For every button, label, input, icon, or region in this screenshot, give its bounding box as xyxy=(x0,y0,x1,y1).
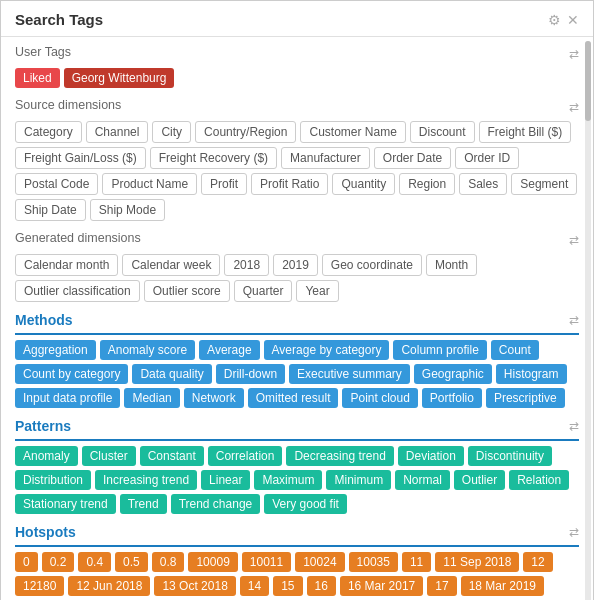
tag-ship-mode[interactable]: Ship Mode xyxy=(90,199,165,221)
tag-median[interactable]: Median xyxy=(124,388,179,408)
tag-month[interactable]: Month xyxy=(426,254,477,276)
scrollbar[interactable] xyxy=(585,41,591,600)
tag-anomaly-score[interactable]: Anomaly score xyxy=(100,340,195,360)
tag-cluster[interactable]: Cluster xyxy=(82,446,136,466)
close-icon[interactable]: ✕ xyxy=(567,12,579,28)
tag-stationary-trend[interactable]: Stationary trend xyxy=(15,494,116,514)
tag-region[interactable]: Region xyxy=(399,173,455,195)
tag-calendar-week[interactable]: Calendar week xyxy=(122,254,220,276)
tag-network[interactable]: Network xyxy=(184,388,244,408)
tag-10011[interactable]: 10011 xyxy=(242,552,291,572)
tag-liked[interactable]: Liked xyxy=(15,68,60,88)
tag-segment[interactable]: Segment xyxy=(511,173,577,195)
tag-0-4[interactable]: 0.4 xyxy=(78,552,111,572)
tag-11-sep-2018[interactable]: 11 Sep 2018 xyxy=(435,552,519,572)
tag-very-good-fit[interactable]: Very good fit xyxy=(264,494,347,514)
tag-geo-coordinate[interactable]: Geo coordinate xyxy=(322,254,422,276)
tag-channel[interactable]: Channel xyxy=(86,121,149,143)
tag-postal-code[interactable]: Postal Code xyxy=(15,173,98,195)
tag-trend[interactable]: Trend xyxy=(120,494,167,514)
tag-relation[interactable]: Relation xyxy=(509,470,569,490)
tag-2019[interactable]: 2019 xyxy=(273,254,318,276)
tag-outlier-score[interactable]: Outlier score xyxy=(144,280,230,302)
tag-average[interactable]: Average xyxy=(199,340,259,360)
tag-input-data-profile[interactable]: Input data profile xyxy=(15,388,120,408)
tag-0-8[interactable]: 0.8 xyxy=(152,552,185,572)
tag-linear[interactable]: Linear xyxy=(201,470,250,490)
tag-omitted-result[interactable]: Omitted result xyxy=(248,388,339,408)
tag-correlation[interactable]: Correlation xyxy=(208,446,283,466)
tag-executive-summary[interactable]: Executive summary xyxy=(289,364,410,384)
tag-count-by-category[interactable]: Count by category xyxy=(15,364,128,384)
tag-trend-change[interactable]: Trend change xyxy=(171,494,261,514)
tag-0-2[interactable]: 0.2 xyxy=(42,552,75,572)
tag-maximum[interactable]: Maximum xyxy=(254,470,322,490)
tag-order-date[interactable]: Order Date xyxy=(374,147,451,169)
tag-13-oct-2018[interactable]: 13 Oct 2018 xyxy=(154,576,235,596)
patterns-icon: ⇄ xyxy=(569,419,579,433)
tag-freight-recovery----[interactable]: Freight Recovery ($) xyxy=(150,147,277,169)
settings-icon[interactable]: ⚙ xyxy=(548,12,561,28)
tag-quantity[interactable]: Quantity xyxy=(332,173,395,195)
tag-constant[interactable]: Constant xyxy=(140,446,204,466)
scrollbar-thumb[interactable] xyxy=(585,41,591,121)
tag-18-mar-2019[interactable]: 18 Mar 2019 xyxy=(461,576,544,596)
tag-drill-down[interactable]: Drill-down xyxy=(216,364,285,384)
tag-point-cloud[interactable]: Point cloud xyxy=(342,388,417,408)
tag-anomaly[interactable]: Anomaly xyxy=(15,446,78,466)
tag-freight-bill----[interactable]: Freight Bill ($) xyxy=(479,121,572,143)
tag-15[interactable]: 15 xyxy=(273,576,302,596)
tag-12-jun-2018[interactable]: 12 Jun 2018 xyxy=(68,576,150,596)
tag-increasing-trend[interactable]: Increasing trend xyxy=(95,470,197,490)
tag-outlier[interactable]: Outlier xyxy=(454,470,505,490)
tag-distribution[interactable]: Distribution xyxy=(15,470,91,490)
tag-outlier-classification[interactable]: Outlier classification xyxy=(15,280,140,302)
tag-profit[interactable]: Profit xyxy=(201,173,247,195)
tag-year[interactable]: Year xyxy=(296,280,338,302)
tag-minimum[interactable]: Minimum xyxy=(326,470,391,490)
tag-city[interactable]: City xyxy=(152,121,191,143)
tag-12180[interactable]: 12180 xyxy=(15,576,64,596)
tag-geographic[interactable]: Geographic xyxy=(414,364,492,384)
tag-freight-gain-loss----[interactable]: Freight Gain/Loss ($) xyxy=(15,147,146,169)
tag-normal[interactable]: Normal xyxy=(395,470,450,490)
tag-customer-name[interactable]: Customer Name xyxy=(300,121,405,143)
tag-order-id[interactable]: Order ID xyxy=(455,147,519,169)
tag-ship-date[interactable]: Ship Date xyxy=(15,199,86,221)
tag-17[interactable]: 17 xyxy=(427,576,456,596)
tag-10024[interactable]: 10024 xyxy=(295,552,344,572)
tag-11[interactable]: 11 xyxy=(402,552,431,572)
patterns-title: Patterns xyxy=(15,418,71,434)
tag-country-region[interactable]: Country/Region xyxy=(195,121,296,143)
tag-sales[interactable]: Sales xyxy=(459,173,507,195)
tag-column-profile[interactable]: Column profile xyxy=(393,340,486,360)
tag-2018[interactable]: 2018 xyxy=(224,254,269,276)
tag-portfolio[interactable]: Portfolio xyxy=(422,388,482,408)
tag-histogram[interactable]: Histogram xyxy=(496,364,567,384)
tag-12[interactable]: 12 xyxy=(523,552,552,572)
tag-16[interactable]: 16 xyxy=(307,576,336,596)
tag-profit-ratio[interactable]: Profit Ratio xyxy=(251,173,328,195)
tag-14[interactable]: 14 xyxy=(240,576,269,596)
tag-0-5[interactable]: 0.5 xyxy=(115,552,148,572)
tag-prescriptive[interactable]: Prescriptive xyxy=(486,388,565,408)
tag-quarter[interactable]: Quarter xyxy=(234,280,293,302)
tag-16-mar-2017[interactable]: 16 Mar 2017 xyxy=(340,576,423,596)
tag-product-name[interactable]: Product Name xyxy=(102,173,197,195)
tag-0[interactable]: 0 xyxy=(15,552,38,572)
tag-aggregation[interactable]: Aggregation xyxy=(15,340,96,360)
tag-data-quality[interactable]: Data quality xyxy=(132,364,211,384)
tag-discontinuity[interactable]: Discontinuity xyxy=(468,446,552,466)
tag-count[interactable]: Count xyxy=(491,340,539,360)
tag-category[interactable]: Category xyxy=(15,121,82,143)
tag-georg[interactable]: Georg Wittenburg xyxy=(64,68,175,88)
tag-10009[interactable]: 10009 xyxy=(188,552,237,572)
tag-decreasing-trend[interactable]: Decreasing trend xyxy=(286,446,393,466)
tag-discount[interactable]: Discount xyxy=(410,121,475,143)
tag-calendar-month[interactable]: Calendar month xyxy=(15,254,118,276)
tag-manufacturer[interactable]: Manufacturer xyxy=(281,147,370,169)
tag-10035[interactable]: 10035 xyxy=(349,552,398,572)
generated-dimensions-container: Calendar monthCalendar week20182019Geo c… xyxy=(15,254,579,302)
tag-average-by-category[interactable]: Average by category xyxy=(264,340,390,360)
tag-deviation[interactable]: Deviation xyxy=(398,446,464,466)
